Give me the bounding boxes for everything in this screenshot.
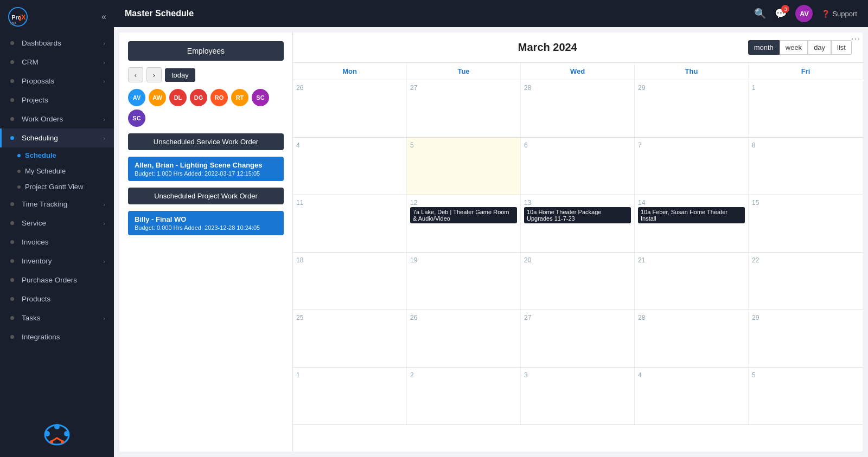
sidebar-item-tasks[interactable]: Tasks › [0,308,114,327]
support-label: Support [832,10,857,18]
sidebar-item-purchase-orders[interactable]: Purchase Orders [0,271,114,289]
service-work-order-card[interactable]: Allen, Brian - Lighting Scene Changes Bu… [128,157,284,181]
avatar-dg[interactable]: DG [190,89,207,106]
sidebar-item-label: Purchase Orders [22,276,77,284]
cal-cell-1apr: 1 [293,368,407,424]
calendar-view-buttons: month week day list [748,40,852,55]
sidebar-item-label: Scheduling [22,134,58,142]
view-btn-day[interactable]: day [808,40,831,55]
sidebar-item-products[interactable]: Products [0,289,114,308]
cal-event-feber-susan[interactable]: 10a Feber, Susan Home Theater Install [638,207,745,223]
calendar-week-2: 4 5 6 7 8 [293,138,863,195]
bottom-logo-icon [41,419,73,448]
calendar-week-4: 18 19 20 21 22 [293,253,863,310]
sidebar-item-label: Inventory [22,257,52,265]
view-btn-list[interactable]: list [831,40,852,55]
sidebar-item-invoices[interactable]: Invoices [0,233,114,252]
avatar-ro[interactable]: RO [210,89,228,106]
notification-bell[interactable]: 💬 3 [775,8,787,20]
sidebar-item-label: CRM [22,58,39,66]
sidebar-item-scheduling[interactable]: Scheduling › [0,128,114,147]
chevron-right-icon: › [103,59,105,66]
chevron-right-icon: › [103,116,105,123]
logo-icon: Pro jX 360 [8,7,28,27]
cal-event-lake-deb[interactable]: 7a Lake, Deb | Theater Game Room & Audio… [410,207,517,223]
cal-cell-26feb: 26 [293,80,407,137]
nav-dot-active [10,136,14,140]
day-header-wed: Wed [521,63,635,80]
avatar-sc1[interactable]: SC [252,89,269,106]
left-panel: Employees ‹ › today AV AW DL DG RO RT SC… [119,33,293,452]
sidebar-item-projects[interactable]: Projects [0,91,114,110]
employees-button[interactable]: Employees [128,41,284,61]
nav-dot [10,259,14,263]
sidebar-item-label: Service [22,219,46,227]
nav-dot [10,60,14,64]
avatar-dl[interactable]: DL [169,89,187,106]
employee-avatars: AV AW DL DG RO RT SC SC [128,89,284,127]
sidebar-subitem-schedule[interactable]: Schedule [0,147,114,163]
support-button[interactable]: ❓ Support [821,10,857,18]
cal-cell-26mar: 26 [407,310,521,367]
service-card-title: Allen, Brian - Lighting Scene Changes [135,161,277,169]
svg-text:jX: jX [19,14,26,21]
question-icon: ❓ [821,10,830,18]
sidebar-item-dashboards[interactable]: Dashboards › [0,34,114,53]
cal-cell-1mar: 1 [749,80,863,137]
view-btn-week[interactable]: week [780,40,808,55]
notification-badge: 3 [781,5,789,13]
day-header-thu: Thu [635,63,749,80]
sidebar-item-service[interactable]: Service › [0,214,114,233]
service-card-added: Added: 2022-03-17 12:15:05 [184,170,260,177]
avatar-sc2[interactable]: SC [128,110,145,127]
calendar-day-headers: Mon Tue Wed Thu Fri [293,63,863,80]
sidebar-item-label: Work Orders [22,115,63,123]
avatar-av[interactable]: AV [128,89,145,106]
sidebar-item-label: Dashboards [22,39,61,47]
sidebar: Pro jX 360 « Dashboards › CRM › Proposal… [0,0,114,457]
sidebar-item-proposals[interactable]: Proposals › [0,72,114,91]
project-card-budget: Budget: 0.000 Hrs [135,224,183,231]
avatar-aw[interactable]: AW [149,89,166,106]
cal-cell-20: 20 [521,253,635,310]
sidebar-item-time-tracking[interactable]: Time Tracking › [0,195,114,214]
more-options-btn[interactable]: ⋯ [851,33,860,44]
cal-cell-28feb: 28 [521,80,635,137]
cal-cell-8: 8 [749,138,863,195]
project-work-order-card[interactable]: Billy - Final WO Budget: 0.000 Hrs Added… [128,211,284,235]
cal-event-home-theater[interactable]: 10a Home Theater Package Upgrades 11-7-2… [524,207,631,223]
sidebar-subitem-my-schedule[interactable]: My Schedule [0,163,114,179]
sidebar-item-inventory[interactable]: Inventory › [0,252,114,271]
sidebar-item-label: Products [22,295,50,303]
logo[interactable]: Pro jX 360 [8,7,28,27]
next-btn[interactable]: › [146,67,162,82]
sidebar-item-crm[interactable]: CRM › [0,53,114,72]
sidebar-collapse-btn[interactable]: « [101,12,106,22]
svg-point-9 [61,440,64,443]
user-avatar-btn[interactable]: AV [795,5,813,22]
today-btn[interactable]: today [165,68,195,82]
sidebar-bottom-logo [0,410,114,457]
main-content: Master Schedule 🔍 💬 3 AV ❓ Support Emplo… [114,0,868,457]
sub-dot [17,185,21,189]
calendar-header: March 2024 month week day list [293,33,863,63]
search-icon[interactable]: 🔍 [754,8,766,20]
cal-cell-22: 22 [749,253,863,310]
svg-point-7 [54,424,60,429]
project-card-title: Billy - Final WO [135,215,277,223]
nav-dot [10,79,14,83]
prev-btn[interactable]: ‹ [128,67,143,82]
sidebar-item-label: Integrations [22,333,60,341]
calendar: March 2024 month week day list Mon Tue W… [293,33,863,452]
unscheduled-service-btn[interactable]: Unscheduled Service Work Order [128,133,284,150]
sidebar-item-integrations[interactable]: Integrations [0,327,114,346]
view-btn-month[interactable]: month [748,40,780,55]
unscheduled-project-btn[interactable]: Unscheduled Project Work Order [128,188,284,204]
chevron-right-icon: › [103,78,105,85]
calendar-week-6: 1 2 3 4 5 [293,368,863,425]
sidebar-subitem-project-gantt[interactable]: Project Gantt View [0,179,114,195]
svg-point-5 [44,431,50,436]
sidebar-item-work-orders[interactable]: Work Orders › [0,110,114,128]
avatar-rt[interactable]: RT [231,89,248,106]
cal-cell-19: 19 [407,253,521,310]
